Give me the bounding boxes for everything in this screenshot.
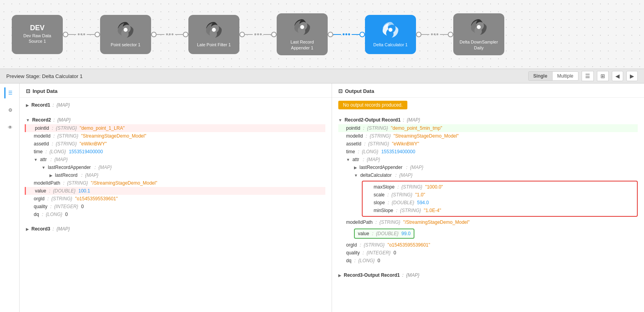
next-button[interactable]: ▶ — [626, 71, 638, 81]
out-field-value-value: 99.0 — [401, 231, 410, 236]
single-button[interactable]: Single — [529, 72, 553, 80]
field-type-orgId: : {STRING} — [46, 196, 73, 201]
delta-downsampler-label: Delta DownSamplerDaily — [460, 39, 498, 51]
field-name-modelIdPath: modelIdPath — [34, 180, 60, 186]
out-field-type-value: : {DOUBLE} — [371, 231, 400, 236]
field-name-modelId: modelId — [34, 133, 51, 139]
record-block-1: ▶ Record1 : {MAP} — [20, 98, 332, 112]
line-4 — [333, 34, 341, 35]
field-name-value: value — [35, 188, 46, 194]
list-view-button[interactable]: ☰ — [582, 71, 594, 81]
out-field-value-orgId: "o15453595539601" — [387, 242, 430, 248]
out-field-type-assetId: : {STRING} — [363, 141, 390, 147]
out-lastRecordAppender-nested: ▶ lastRecordAppender : {MAP} — [346, 163, 638, 171]
field-type-quality: : {INTEGER} — [49, 204, 80, 209]
triangle-right-out2: ▶ — [338, 273, 341, 278]
svg-point-3 — [389, 28, 392, 32]
node-late-point-filter[interactable]: Late Point Filter 1 — [188, 15, 239, 54]
node-delta-downsampler[interactable]: Delta DownSamplerDaily — [453, 13, 504, 55]
field-value-dq: 0 — [65, 212, 68, 217]
out-field-type-modelIdPath: : {STRING} — [374, 219, 401, 225]
out-field-value-time: 1553519400000 — [381, 149, 415, 154]
out-field-name-time: time — [346, 149, 355, 154]
field-value-assetId: "eWiknBWY" — [80, 141, 107, 147]
attr-name: attr — [40, 157, 47, 162]
spinner-icon-3 — [292, 17, 312, 37]
lastRecord-name: lastRecord — [55, 172, 77, 178]
attr-nested-block: ▼ attr : {MAP} ▼ lastRecordAppender : {M… — [26, 156, 325, 179]
lastRecord-header[interactable]: ▶ lastRecord : {MAP} — [49, 171, 325, 179]
preview-controls: Single Multiple ☰ ⊞ ◀ ▶ — [528, 71, 638, 81]
left-sidebar: ☰ ⚙ 👁 — [0, 83, 20, 312]
output-record1-header[interactable]: ▼ Record2-Output Record1 : {MAP} — [338, 116, 638, 124]
dev-title: DEV — [30, 24, 44, 32]
field-value-pointId: "demo_point_1_LRA" — [80, 125, 125, 131]
record1-header[interactable]: ▶ Record1 : {MAP} — [26, 101, 325, 109]
dot — [348, 33, 350, 35]
field-type-modelIdPath: : {STRING} — [62, 180, 89, 186]
out-lastRecordAppender-name: lastRecordAppender — [359, 165, 402, 170]
field-type-dq: : {LONG} — [40, 212, 64, 217]
field-quality: quality : {INTEGER} 0 — [26, 203, 325, 210]
out-field-type-time: : {LONG} — [357, 149, 380, 154]
output-record1-name: Record2-Output Record1 — [345, 117, 401, 123]
sidebar-settings-icon[interactable]: ⚙ — [4, 105, 15, 116]
field-name-time: time — [34, 149, 43, 154]
spinner-icon-4 — [381, 20, 400, 40]
node-dev[interactable]: DEV Dev Raw DataSource 1 — [12, 15, 63, 54]
prev-button[interactable]: ◀ — [612, 71, 623, 81]
svg-point-0 — [124, 28, 128, 32]
out-attr-header[interactable]: ▼ attr : {MAP} — [346, 156, 638, 163]
sidebar-eye-icon[interactable]: 👁 — [4, 122, 15, 133]
out-field-name-modelId: modelId — [346, 133, 363, 139]
field-name-assetId: assetId — [34, 141, 49, 147]
node-last-record-appender[interactable]: Last RecordAppender 1 — [277, 13, 328, 55]
dot — [345, 33, 347, 35]
node-point-selector[interactable]: Point selector 1 — [100, 15, 151, 54]
connector-4 — [328, 32, 365, 37]
record-block-3: ▶ Record3 : {MAP} — [20, 221, 332, 236]
out-deltaCalculator-header[interactable]: ▼ deltaCalculator : {MAP} — [354, 171, 638, 179]
lastRecordAppender-header[interactable]: ▼ lastRecordAppender : {MAP} — [42, 163, 325, 171]
out-lastRecordAppender-header[interactable]: ▶ lastRecordAppender : {MAP} — [354, 163, 638, 171]
node-box-last-record-appender[interactable]: Last RecordAppender 1 — [277, 13, 328, 55]
attr-header[interactable]: ▼ attr : {MAP} — [34, 156, 325, 163]
triangle-down-out-dc: ▼ — [354, 173, 358, 178]
field-assetId: assetId : {STRING} "eWiknBWY" — [26, 140, 325, 148]
node-box-point-selector[interactable]: Point selector 1 — [100, 15, 151, 54]
circle-end-2 — [151, 32, 157, 37]
out-field-name-modelIdPath: modelIdPath — [346, 219, 372, 225]
out-field-type-slope: : {DOUBLE} — [387, 200, 416, 205]
dot — [80, 33, 82, 35]
node-box-delta-calculator[interactable]: Delta Calculator 1 — [365, 15, 416, 54]
record3-header[interactable]: ▶ Record3 : {MAP} — [26, 225, 325, 233]
multiple-button[interactable]: Multiple — [553, 72, 578, 80]
record2-name: Record2 — [32, 117, 51, 123]
node-box-late-point-filter[interactable]: Late Point Filter 1 — [188, 15, 239, 54]
output-record2-header[interactable]: ▶ Record3-Output Record1 : {MAP} — [338, 271, 638, 279]
out-field-name-value: value — [358, 231, 369, 236]
sidebar-list-icon[interactable]: ☰ — [4, 87, 15, 98]
record2-header[interactable]: ▼ Record2 : {MAP} — [26, 116, 325, 124]
grid-view-button[interactable]: ⊞ — [597, 71, 609, 81]
main-content: ☰ ⚙ 👁 ⊡ Input Data ▶ Record1 : {MAP} ▼ R… — [0, 83, 644, 312]
record3-name: Record3 — [31, 226, 50, 232]
field-value-time: 1553519400000 — [69, 149, 103, 154]
record2-type: : {MAP} — [53, 117, 71, 123]
out-deltaCalculator-name: deltaCalculator — [360, 172, 392, 178]
field-value-row: value : {DOUBLE} 100.1 — [25, 187, 325, 195]
node-box-dev[interactable]: DEV Dev Raw DataSource 1 — [12, 15, 63, 54]
circle-start-3 — [271, 32, 277, 37]
out-field-dq: dq : {LONG} 0 — [338, 257, 638, 265]
pipeline-nodes: DEV Dev Raw DataSource 1 — [12, 13, 504, 55]
record1-type: : {MAP} — [53, 102, 70, 108]
node-delta-calculator[interactable]: Delta Calculator 1 — [365, 15, 416, 54]
line-2b — [175, 34, 183, 35]
list-icon: ☰ — [8, 90, 13, 96]
triangle-right-out-lra: ▶ — [354, 165, 357, 170]
node-box-delta-downsampler[interactable]: Delta DownSamplerDaily — [453, 13, 504, 55]
input-header-label: Input Data — [33, 88, 58, 94]
dot — [171, 33, 173, 35]
dot — [436, 33, 438, 35]
out-field-value-slope: 594.0 — [417, 200, 429, 205]
